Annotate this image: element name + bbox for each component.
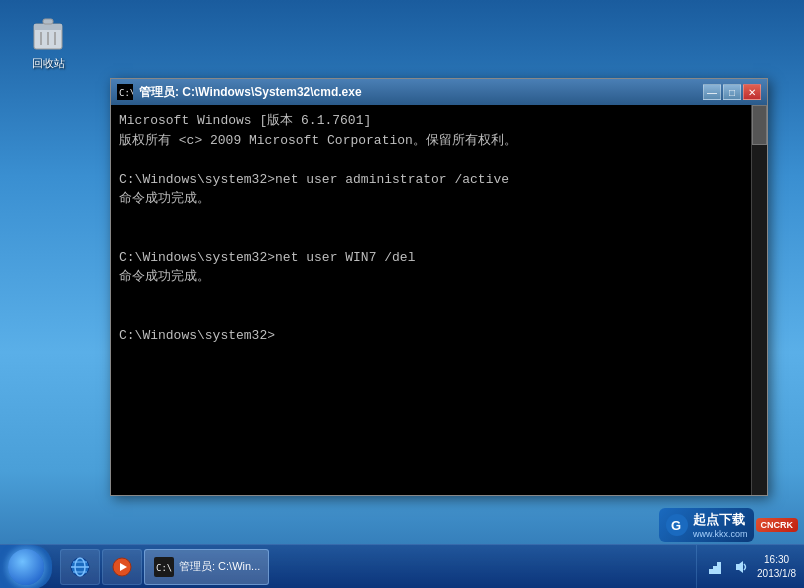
cmd-titlebar-icon: C:\ [117, 84, 133, 100]
system-clock[interactable]: 16:30 2013/1/8 [757, 553, 796, 581]
svg-rect-19 [717, 562, 721, 574]
maximize-button[interactable]: □ [723, 84, 741, 100]
svg-text:C:\: C:\ [119, 88, 133, 98]
tray-network-icon[interactable] [705, 557, 725, 577]
start-orb [8, 549, 44, 585]
close-button[interactable]: ✕ [743, 84, 761, 100]
tray-volume-icon[interactable] [731, 557, 751, 577]
cmd-title: 管理员: C:\Windows\System32\cmd.exe [139, 84, 703, 101]
logo-badge: G 起点下载 www.kkx.com [659, 508, 754, 542]
logo-url-text: www.kkx.com [693, 529, 748, 539]
site-logo: G 起点下载 www.kkx.com CNCRK [659, 508, 798, 542]
cmd-scrollbar[interactable] [751, 105, 767, 495]
svg-text:G: G [671, 518, 681, 533]
minimize-button[interactable]: — [703, 84, 721, 100]
logo-text-group: 起点下载 www.kkx.com [693, 511, 748, 539]
svg-rect-18 [713, 566, 717, 574]
clock-date: 2013/1/8 [757, 567, 796, 581]
logo-g-icon: G [665, 513, 689, 537]
desktop: 回收站 C:\ 管理员: C:\Windows\System32\cmd.exe… [0, 0, 804, 588]
svg-marker-20 [736, 561, 743, 573]
taskbar-cmd-icon: C:\ [153, 556, 175, 578]
clock-time: 16:30 [757, 553, 796, 567]
cmd-window: C:\ 管理员: C:\Windows\System32\cmd.exe — □… [110, 78, 768, 496]
start-button[interactable] [0, 545, 52, 589]
svg-rect-2 [43, 19, 53, 24]
ie-icon [69, 556, 91, 578]
taskbar-cmd[interactable]: C:\ 管理员: C:\Win... [144, 549, 269, 585]
svg-rect-17 [709, 569, 713, 574]
logo-main-text: 起点下载 [693, 511, 748, 529]
taskbar: C:\ 管理员: C:\Win... 1 [0, 544, 804, 588]
svg-text:C:\: C:\ [156, 563, 172, 573]
taskbar-ie[interactable] [60, 549, 100, 585]
titlebar-buttons: — □ ✕ [703, 84, 761, 100]
taskbar-media[interactable] [102, 549, 142, 585]
media-icon [111, 556, 133, 578]
recycle-bin-icon[interactable]: 回收站 [18, 12, 78, 71]
recycle-bin-label: 回收站 [32, 56, 65, 71]
taskbar-tray: 16:30 2013/1/8 [696, 545, 804, 588]
cmd-body[interactable]: Microsoft Windows [版本 6.1.7601] 版权所有 <c>… [111, 105, 767, 495]
logo-cncrk-badge: CNCRK [756, 518, 799, 532]
taskbar-cmd-label: 管理员: C:\Win... [179, 559, 260, 574]
svg-rect-1 [34, 24, 62, 30]
cmd-titlebar: C:\ 管理员: C:\Windows\System32\cmd.exe — □… [111, 79, 767, 105]
cmd-content: Microsoft Windows [版本 6.1.7601] 版权所有 <c>… [119, 111, 759, 345]
cmd-scrollbar-thumb[interactable] [752, 105, 767, 145]
taskbar-programs: C:\ 管理员: C:\Win... [56, 549, 696, 585]
recycle-bin-svg [30, 12, 66, 52]
